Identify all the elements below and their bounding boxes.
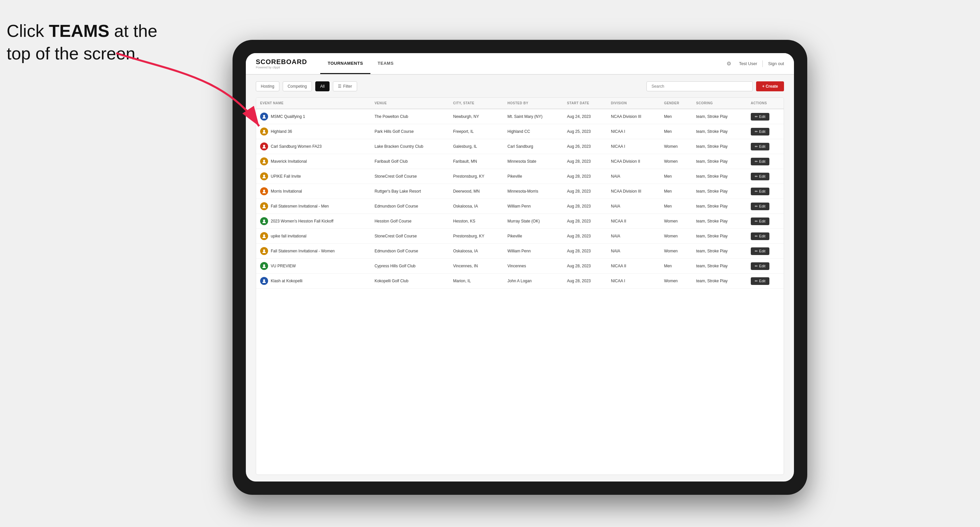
edit-button[interactable]: ✏ Edit xyxy=(751,158,769,165)
event-name-cell: UPIKE Fall Invite xyxy=(256,169,371,184)
event-name: Maverick Invitational xyxy=(271,159,307,164)
hosted-by-cell: Minnesota State xyxy=(504,154,563,169)
edit-button[interactable]: ✏ Edit xyxy=(751,262,769,270)
edit-icon: ✏ xyxy=(755,130,758,134)
event-name: Highland 36 xyxy=(271,129,292,134)
table-row: Maverick Invitational Faribault Golf Clu… xyxy=(256,154,784,169)
edit-button[interactable]: ✏ Edit xyxy=(751,232,769,240)
venue-cell: Ruttger's Bay Lake Resort xyxy=(371,184,449,199)
team-icon xyxy=(260,143,268,151)
division-cell: NAIA xyxy=(607,229,660,244)
edit-button[interactable]: ✏ Edit xyxy=(751,248,769,255)
team-icon xyxy=(260,172,268,180)
event-name: UPIKE Fall Invite xyxy=(271,174,301,179)
svg-point-9 xyxy=(263,235,265,237)
tablet-screen: SCOREBOARD Powered by clippit TOURNAMENT… xyxy=(246,53,794,481)
scoring-cell: team, Stroke Play xyxy=(692,199,747,214)
hosted-by-cell: Carl Sandburg xyxy=(504,139,563,154)
competing-button[interactable]: Competing xyxy=(283,81,312,91)
header-right: ⚙ Test User Sign out xyxy=(724,59,784,68)
signout-link[interactable]: Sign out xyxy=(768,61,784,66)
division-cell: NCAA Division II xyxy=(607,154,660,169)
edit-button[interactable]: ✏ Edit xyxy=(751,173,769,180)
date-cell: Aug 28, 2023 xyxy=(563,199,607,214)
event-name-cell: Highland 36 xyxy=(256,124,371,139)
team-icon xyxy=(260,262,268,270)
all-button[interactable]: All xyxy=(315,81,329,91)
gender-cell: Men xyxy=(660,259,692,274)
app-header: SCOREBOARD Powered by clippit TOURNAMENT… xyxy=(246,53,794,75)
svg-point-12 xyxy=(263,279,265,281)
hosted-by-cell: Minnesota-Morris xyxy=(504,184,563,199)
scoring-cell: team, Stroke Play xyxy=(692,229,747,244)
event-name: MSMC Qualifying 1 xyxy=(271,114,305,119)
actions-cell: ✏ Edit xyxy=(747,124,784,139)
venue-cell: Edmundson Golf Course xyxy=(371,199,449,214)
scoring-cell: team, Stroke Play xyxy=(692,154,747,169)
edit-button[interactable]: ✏ Edit xyxy=(751,143,769,151)
hosting-button[interactable]: Hosting xyxy=(256,81,279,91)
logo-text: SCOREBOARD xyxy=(256,58,307,66)
event-name: 2023 Women's Hesston Fall Kickoff xyxy=(271,219,334,224)
date-cell: Aug 28, 2023 xyxy=(563,169,607,184)
svg-point-10 xyxy=(263,249,265,251)
table-row: Carl Sandburg Women FA23 Lake Bracken Co… xyxy=(256,139,784,154)
edit-button[interactable]: ✏ Edit xyxy=(751,203,769,210)
col-hosted-by: HOSTED BY xyxy=(504,98,563,109)
gender-cell: Women xyxy=(660,229,692,244)
actions-cell: ✏ Edit xyxy=(747,199,784,214)
svg-point-8 xyxy=(263,219,265,222)
svg-point-7 xyxy=(263,205,265,206)
team-icon xyxy=(260,127,268,135)
edit-button[interactable]: ✏ Edit xyxy=(751,277,769,285)
tab-tournaments[interactable]: TOURNAMENTS xyxy=(320,53,370,74)
venue-cell: Faribault Golf Club xyxy=(371,154,449,169)
scoring-cell: team, Stroke Play xyxy=(692,244,747,259)
settings-icon[interactable]: ⚙ xyxy=(724,59,733,68)
edit-button[interactable]: ✏ Edit xyxy=(751,113,769,121)
teams-emphasis: TEAMS xyxy=(49,21,109,41)
actions-cell: ✏ Edit xyxy=(747,109,784,124)
date-cell: Aug 28, 2023 xyxy=(563,214,607,229)
edit-icon: ✏ xyxy=(755,264,758,268)
event-name-cell: Fall Statesmen Invitational - Women xyxy=(256,244,371,259)
col-city-state: CITY, STATE xyxy=(449,98,504,109)
logo-sub: Powered by clippit xyxy=(256,66,307,69)
edit-icon: ✏ xyxy=(755,144,758,149)
tablet-frame: SCOREBOARD Powered by clippit TOURNAMENT… xyxy=(232,40,807,495)
hosted-by-cell: Highland CC xyxy=(504,124,563,139)
table-row: UPIKE Fall Invite StoneCrest Golf Course… xyxy=(256,169,784,184)
table-row: Fall Statesmen Invitational - Men Edmund… xyxy=(256,199,784,214)
edit-icon: ✏ xyxy=(755,219,758,224)
venue-cell: StoneCrest Golf Course xyxy=(371,169,449,184)
date-cell: Aug 28, 2023 xyxy=(563,154,607,169)
division-cell: NAIA xyxy=(607,244,660,259)
edit-button[interactable]: ✏ Edit xyxy=(751,128,769,135)
gender-cell: Men xyxy=(660,169,692,184)
city-cell: Prestonsburg, KY xyxy=(449,169,504,184)
gender-cell: Women xyxy=(660,154,692,169)
edit-icon: ✏ xyxy=(755,159,758,164)
edit-button[interactable]: ✏ Edit xyxy=(751,187,769,195)
city-cell: Oskaloosa, IA xyxy=(449,199,504,214)
filter-button[interactable]: ☰ Filter xyxy=(333,81,357,91)
col-gender: GENDER xyxy=(660,98,692,109)
event-name: Klash at Kokopelli xyxy=(271,279,302,283)
tournaments-table: EVENT NAME VENUE CITY, STATE HOSTED BY S… xyxy=(256,97,784,475)
edit-icon: ✏ xyxy=(755,204,758,208)
tab-teams[interactable]: TEAMS xyxy=(371,53,401,74)
event-name: Fall Statesmen Invitational - Men xyxy=(271,204,329,208)
event-name-cell: 2023 Women's Hesston Fall Kickoff xyxy=(256,214,371,229)
search-input[interactable] xyxy=(646,81,753,91)
table-row: Klash at Kokopelli Kokopelli Golf ClubMa… xyxy=(256,274,784,289)
create-button[interactable]: + Create xyxy=(756,81,784,91)
venue-cell: Park Hills Golf Course xyxy=(371,124,449,139)
scoring-cell: team, Stroke Play xyxy=(692,169,747,184)
actions-cell: ✏ Edit xyxy=(747,139,784,154)
edit-button[interactable]: ✏ Edit xyxy=(751,217,769,225)
table-row: 2023 Women's Hesston Fall Kickoff Hessto… xyxy=(256,214,784,229)
division-cell: NICAA I xyxy=(607,139,660,154)
svg-point-5 xyxy=(263,175,265,177)
hosted-by-cell: Pikeville xyxy=(504,169,563,184)
logo-area: SCOREBOARD Powered by clippit xyxy=(256,58,307,69)
